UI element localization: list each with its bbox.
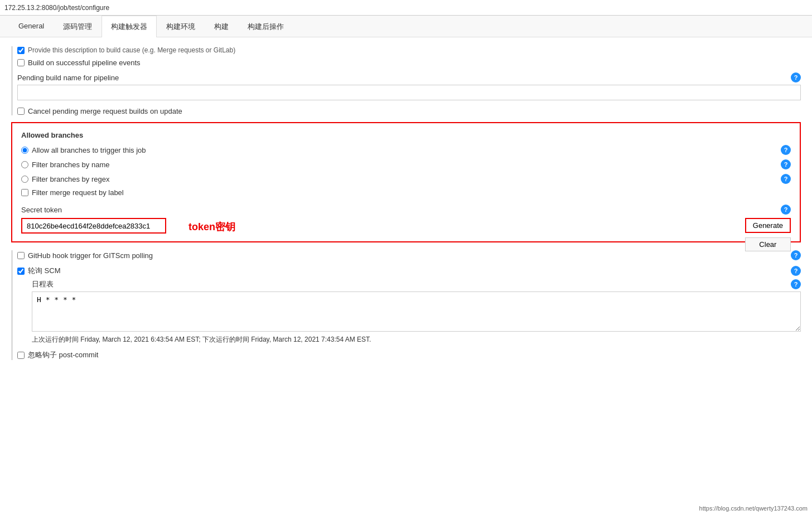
run-time-text: 上次运行的时间 Friday, March 12, 2021 6:43:54 A…: [17, 335, 801, 344]
radio-name-label: Filter branches by name: [32, 161, 109, 169]
github-hook-checkbox[interactable]: [17, 252, 25, 259]
tab-post[interactable]: 构建后操作: [238, 16, 293, 37]
tab-general[interactable]: General: [9, 16, 54, 37]
ignore-hook-label: 忽略钩子 post-commit: [28, 350, 98, 360]
filter-label-checkbox[interactable]: [21, 189, 28, 196]
ignore-hook-checkbox[interactable]: [17, 352, 25, 359]
secret-token-help-icon[interactable]: ?: [781, 205, 791, 215]
filter-name-help-icon[interactable]: ?: [781, 159, 791, 169]
radio-filter-label: Filter merge request by label: [21, 188, 791, 197]
schedule-textarea[interactable]: [32, 291, 801, 332]
schedule-help-icon[interactable]: ?: [791, 279, 801, 289]
radio-regex-input[interactable]: [21, 176, 28, 183]
url-text: 172.25.13.2:8080/job/test/configure: [4, 4, 109, 12]
pipeline-desc-checkbox[interactable]: [17, 47, 25, 54]
pending-build-input[interactable]: [17, 85, 801, 100]
radio-regex-label: Filter branches by regex: [32, 175, 109, 183]
cancel-pending-checkbox[interactable]: [17, 108, 25, 115]
generate-button[interactable]: Generate: [745, 218, 791, 233]
secret-token-section: Secret token ? token密钥 Generate Clear: [21, 205, 791, 234]
tabs-bar: General 源码管理 构建触发器 构建环境 构建 构建后操作: [0, 16, 812, 37]
token-buttons: Generate Clear: [745, 218, 791, 251]
pending-build-help-icon[interactable]: ?: [791, 72, 801, 82]
radio-all-branches: Allow all branches to trigger this job ?: [21, 145, 791, 155]
schedule-label: 日程表: [32, 279, 54, 289]
build-pipeline-label: Build on successful pipeline events: [28, 59, 141, 67]
tab-triggers[interactable]: 构建触发器: [102, 16, 157, 37]
secret-token-label: Secret token: [21, 206, 62, 214]
pipeline-desc-label: Provide this description to build cause …: [28, 46, 235, 54]
ignore-hook-row: 忽略钩子 post-commit: [17, 350, 801, 360]
allowed-branches-box: Allowed branches Allow all branches to t…: [11, 122, 801, 242]
allowed-branches-title: Allowed branches: [21, 131, 791, 139]
poll-scm-label: 轮询 SCM: [28, 266, 61, 276]
radio-filter-regex: Filter branches by regex ?: [21, 174, 791, 184]
address-bar: 172.25.13.2:8080/job/test/configure: [0, 0, 812, 16]
token-annotation: token密钥: [188, 220, 235, 234]
tab-scm[interactable]: 源码管理: [54, 16, 102, 37]
github-hook-help-icon[interactable]: ?: [791, 250, 801, 260]
token-input[interactable]: [21, 218, 166, 234]
watermark: https://blog.csdn.net/qwerty137243.com: [697, 504, 810, 513]
build-pipeline-checkbox[interactable]: [17, 59, 25, 66]
tab-build[interactable]: 构建: [205, 16, 238, 37]
radio-all-label: Allow all branches to trigger this job: [32, 146, 146, 154]
pending-build-label: Pending build name for pipeline: [17, 74, 119, 82]
cancel-pending-label: Cancel pending merge request builds on u…: [28, 107, 182, 115]
main-content: Provide this description to build cause …: [0, 37, 812, 515]
poll-scm-help-icon[interactable]: ?: [791, 266, 801, 276]
filter-label-text: Filter merge request by label: [32, 188, 124, 197]
radio-all-input[interactable]: [21, 147, 28, 154]
allow-all-help-icon[interactable]: ?: [781, 145, 791, 155]
radio-name-input[interactable]: [21, 161, 28, 168]
radio-filter-name: Filter branches by name ?: [21, 159, 791, 169]
tab-env[interactable]: 构建环境: [157, 16, 205, 37]
poll-scm-checkbox[interactable]: [17, 268, 25, 275]
clear-button[interactable]: Clear: [745, 237, 791, 251]
github-hook-label: GitHub hook trigger for GITScm polling: [28, 251, 153, 260]
filter-regex-help-icon[interactable]: ?: [781, 174, 791, 184]
